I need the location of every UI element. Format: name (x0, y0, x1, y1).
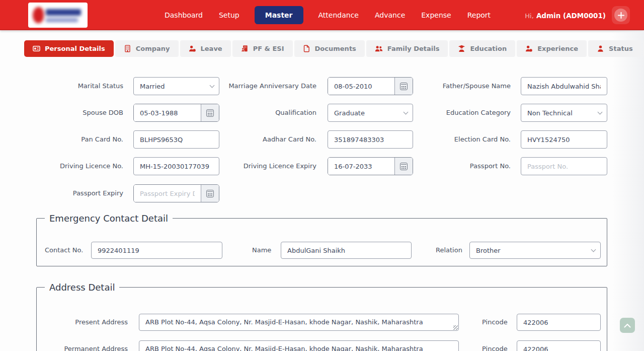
election-card-label: Election Card No. (411, 130, 511, 149)
document-icon (303, 45, 310, 52)
company-logo-image (28, 3, 88, 28)
election-card-input[interactable] (521, 130, 607, 149)
passport-expiry-label: Passport Expiry (10, 184, 123, 202)
passport-expiry-calendar-button[interactable] (201, 185, 219, 202)
company-logo[interactable] (28, 3, 88, 28)
nav-master[interactable]: Master (255, 6, 303, 24)
tab-label: Education (470, 45, 507, 52)
chevron-up-icon (624, 323, 631, 328)
main-nav: Dashboard Setup Master Attendance Advanc… (164, 0, 492, 30)
driving-licence-no-label: Driving Licence No. (10, 157, 123, 175)
tab-education[interactable]: Education (449, 40, 515, 57)
permanent-address-field (139, 340, 459, 351)
nav-dashboard[interactable]: Dashboard (164, 8, 204, 22)
permanent-address-label: Permanent Address (37, 340, 128, 351)
permanent-pincode-field (517, 340, 601, 351)
passport-no-input[interactable] (521, 157, 607, 175)
greeting-text: Hi, (525, 12, 534, 20)
relation-select[interactable]: Brother (469, 242, 601, 259)
relation-field: Brother (469, 242, 601, 259)
tab-pf-esi[interactable]: PF & ESI (232, 40, 293, 57)
id-card-icon (33, 45, 40, 52)
building-icon (124, 45, 131, 52)
marital-status-select[interactable]: Married (133, 77, 219, 95)
tab-label: Personal Details (45, 45, 105, 52)
tab-status[interactable]: Status (588, 40, 641, 57)
form-row-4: Driving Licence No. Driving Licence Expi… (0, 157, 644, 175)
nav-report[interactable]: Report (466, 8, 492, 22)
top-navbar: Dashboard Setup Master Attendance Advanc… (0, 0, 644, 30)
marriage-anniversary-label: Marriage Anniversary Date (216, 77, 316, 95)
present-address-field (139, 314, 459, 331)
tab-label: Leave (201, 45, 222, 52)
emergency-name-label: Name (252, 242, 271, 259)
present-pincode-field (517, 314, 601, 331)
tab-label: Experience (537, 45, 578, 52)
building-user-icon (241, 45, 249, 52)
plus-icon (614, 9, 627, 22)
present-address-textarea[interactable] (139, 314, 459, 331)
nav-advance[interactable]: Advance (374, 8, 406, 22)
aadhar-card-input[interactable] (328, 130, 413, 149)
present-pincode-input[interactable] (517, 314, 601, 331)
pan-card-input[interactable] (133, 130, 219, 149)
permanent-pincode-input[interactable] (517, 340, 601, 351)
marriage-anniversary-field (328, 77, 413, 95)
passport-no-label: Passport No. (411, 157, 511, 175)
person-dot-icon (525, 45, 533, 52)
tab-label: Documents (315, 45, 356, 52)
add-button[interactable] (612, 6, 630, 24)
calendar-icon (400, 163, 408, 170)
permanent-address-textarea[interactable] (139, 340, 459, 351)
marriage-anniversary-input[interactable] (328, 78, 394, 95)
father-spouse-name-label: Father/Spouse Name (411, 77, 511, 95)
user-menu: Hi, Admin (ADM0001) (525, 0, 630, 30)
tab-documents[interactable]: Documents (294, 40, 365, 57)
nav-setup[interactable]: Setup (218, 8, 240, 22)
relation-label: Relation (436, 242, 462, 259)
nav-attendance[interactable]: Attendance (317, 8, 360, 22)
resize-handle-icon[interactable] (453, 325, 458, 330)
tab-company[interactable]: Company (115, 40, 179, 57)
driving-licence-no-input[interactable] (133, 157, 219, 175)
education-category-select[interactable]: Non Technical (521, 104, 607, 122)
father-spouse-name-input[interactable] (521, 77, 607, 95)
spouse-dob-input[interactable] (134, 104, 201, 121)
driving-licence-expiry-input[interactable] (328, 158, 394, 175)
spouse-dob-label: Spouse DOB (10, 104, 123, 122)
person-dot-icon (189, 45, 196, 52)
form-row-3: Pan Card No. Aadhar Card No. Election Ca… (0, 130, 644, 149)
passport-expiry-input[interactable] (134, 185, 201, 202)
graduate-icon (458, 45, 465, 52)
present-pincode-label: Pincode (482, 314, 508, 331)
tab-label: Family Details (387, 45, 440, 52)
nav-expense[interactable]: Expense (420, 8, 452, 22)
contact-no-label: Contact No. (45, 242, 83, 259)
contact-no-input[interactable] (91, 242, 222, 259)
driving-licence-expiry-calendar-button[interactable] (394, 158, 413, 175)
driving-licence-expiry-label: Driving Licence Expiry (216, 157, 316, 175)
driving-licence-expiry-field (328, 157, 413, 175)
people-icon (375, 45, 383, 52)
tab-personal-details[interactable]: Personal Details (24, 40, 114, 57)
tab-label: Company (136, 45, 170, 52)
aadhar-card-label: Aadhar Card No. (216, 130, 316, 149)
education-category-field: Non Technical (521, 104, 607, 122)
form-row-2: Spouse DOB Qualification Graduate Educat… (0, 104, 644, 122)
emergency-contact-title: Emergency Contact Detail (45, 213, 173, 224)
tab-experience[interactable]: Experience (517, 40, 587, 57)
tab-label: PF & ESI (253, 45, 284, 52)
marriage-anniversary-calendar-button[interactable] (394, 78, 413, 95)
qualification-select[interactable]: Graduate (328, 104, 413, 122)
pan-card-label: Pan Card No. (10, 130, 123, 149)
address-detail-title: Address Detail (45, 282, 119, 293)
qualification-field: Graduate (328, 104, 413, 122)
contact-no-field (91, 242, 222, 259)
emergency-name-input[interactable] (281, 242, 412, 259)
tab-leave[interactable]: Leave (180, 40, 231, 57)
calendar-icon (400, 83, 408, 90)
scroll-to-top-button[interactable] (620, 318, 635, 333)
qualification-label: Qualification (216, 104, 316, 122)
marital-status-label: Marital Status (10, 77, 123, 95)
tab-family-details[interactable]: Family Details (366, 40, 448, 57)
